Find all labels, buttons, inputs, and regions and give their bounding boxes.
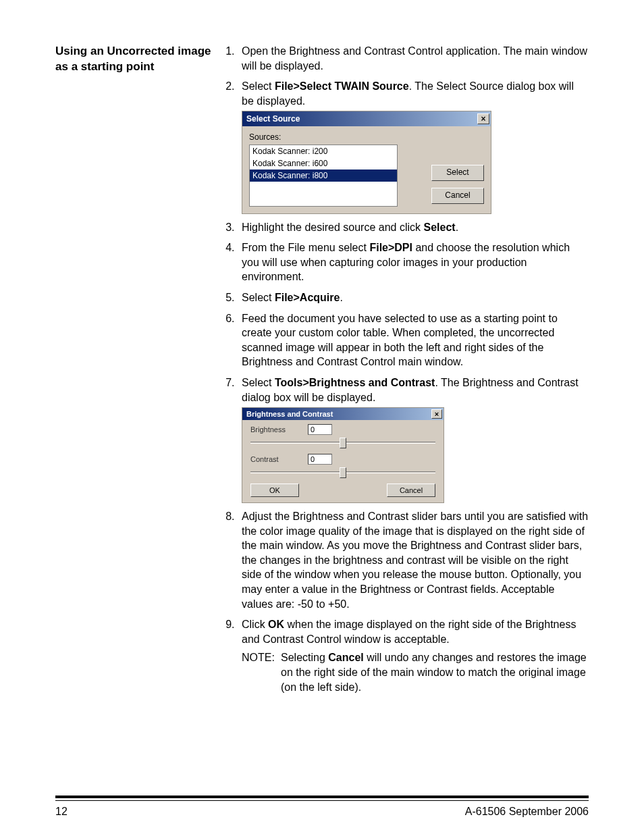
step-3-text-c: . [456, 221, 458, 233]
note-label: NOTE: [242, 650, 281, 694]
select-source-window: Select Source × Sources: Kodak Scanner: … [242, 111, 491, 213]
page-number: 12 [55, 804, 68, 819]
step-5: Select File>Acquire. [238, 290, 589, 305]
note-text-a: Selecting [281, 652, 328, 663]
brightness-contrast-window: Brightness and Contrast × Brightness 0 C… [242, 407, 444, 503]
cancel-button[interactable]: Cancel [431, 188, 484, 204]
cancel-button[interactable]: Cancel [387, 484, 435, 497]
step-2-text-a: Select [242, 80, 275, 92]
step-7-text-a: Select [242, 377, 275, 388]
step-9-text-c: when the image displayed on the right si… [242, 619, 576, 645]
note-bold: Cancel [328, 652, 363, 663]
step-3: Highlight the desired source and click S… [238, 220, 589, 235]
step-9-text-a: Click [242, 619, 268, 630]
close-icon[interactable]: × [477, 113, 489, 124]
brightness-slider[interactable] [250, 436, 435, 448]
list-item[interactable]: Kodak Scanner: i800 [250, 170, 397, 182]
note: NOTE: Selecting Cancel will undo any cha… [242, 650, 589, 694]
step-1: Open the Brightness and Contrast Control… [238, 44, 589, 73]
step-4-bold: File>DPI [369, 242, 412, 253]
step-5-text-a: Select [242, 292, 275, 303]
step-7: Select Tools>Brightness and Contrast. Th… [238, 375, 589, 503]
select-source-title: Select Source [246, 113, 477, 124]
brightness-input[interactable]: 0 [308, 424, 332, 435]
list-item[interactable]: Kodak Scanner: i600 [250, 157, 397, 170]
section-heading: Using an Uncorrected image as a starting… [55, 44, 212, 75]
step-9-bold: OK [268, 619, 284, 630]
bc-titlebar: Brightness and Contrast × [242, 408, 444, 420]
ok-button[interactable]: OK [250, 484, 299, 497]
doc-id: A-61506 September 2006 [465, 804, 589, 819]
step-5-bold: File>Acquire [275, 292, 340, 303]
bc-title: Brightness and Contrast [246, 409, 431, 419]
step-9: Click OK when the image displayed on the… [238, 617, 589, 694]
sources-listbox[interactable]: Kodak Scanner: i200 Kodak Scanner: i600 … [249, 145, 398, 207]
contrast-label: Contrast [250, 454, 308, 465]
brightness-label: Brightness [250, 425, 308, 435]
close-icon[interactable]: × [431, 409, 442, 419]
step-2: Select File>Select TWAIN Source. The Sel… [238, 79, 589, 213]
step-2-bold: File>Select TWAIN Source [275, 80, 409, 92]
step-8: Adjust the Brightness and Contrast slide… [238, 509, 589, 611]
step-5-text-c: . [340, 292, 342, 303]
footer-rule [55, 796, 589, 798]
list-item[interactable]: Kodak Scanner: i200 [250, 145, 397, 157]
select-button[interactable]: Select [431, 165, 484, 181]
select-source-titlebar: Select Source × [242, 111, 491, 126]
sources-label: Sources: [249, 132, 431, 142]
contrast-slider[interactable] [250, 466, 435, 478]
step-6: Feed the document you have selected to u… [238, 311, 589, 369]
footer-rule-thin [55, 800, 589, 801]
step-7-bold: Tools>Brightness and Contrast [275, 377, 435, 388]
step-4: From the File menu select File>DPI and c… [238, 240, 589, 284]
note-body: Selecting Cancel will undo any changes a… [281, 650, 589, 694]
step-3-text-a: Highlight the desired source and click [242, 221, 423, 233]
step-4-text-a: From the File menu select [242, 242, 369, 253]
contrast-input[interactable]: 0 [308, 454, 332, 465]
step-3-bold: Select [423, 221, 455, 233]
